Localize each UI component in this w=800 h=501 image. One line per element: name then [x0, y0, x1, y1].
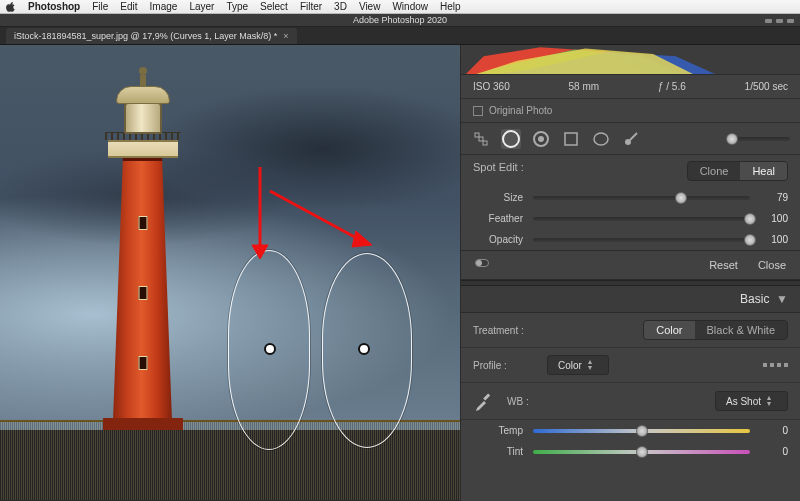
svg-rect-10 — [483, 141, 487, 145]
menu-window[interactable]: Window — [392, 1, 428, 12]
original-photo-label: Original Photo — [489, 105, 552, 116]
app-name[interactable]: Photoshop — [28, 1, 80, 12]
temp-slider[interactable] — [533, 429, 750, 433]
close-button[interactable]: Close — [758, 259, 786, 271]
temp-label: Temp — [473, 425, 523, 436]
svg-point-13 — [538, 136, 544, 142]
feather-slider[interactable] — [533, 217, 750, 221]
panel-triangle-icon: ▼ — [776, 292, 788, 306]
redeye-tool-icon[interactable] — [531, 129, 551, 149]
apple-logo-icon — [6, 2, 16, 12]
menu-3d[interactable]: 3D — [334, 1, 347, 12]
original-photo-checkbox[interactable] — [473, 106, 483, 116]
svg-point-15 — [594, 133, 608, 145]
profile-popup[interactable]: Color ▴▾ — [547, 355, 609, 375]
svg-marker-3 — [352, 231, 372, 247]
basic-panel-header[interactable]: Basic ▼ — [461, 286, 800, 313]
menu-file[interactable]: File — [92, 1, 108, 12]
temp-value[interactable]: 0 — [760, 425, 788, 436]
brush-tool-icon[interactable] — [621, 129, 641, 149]
macos-menubar: Photoshop File Edit Image Layer Type Sel… — [0, 0, 800, 14]
profile-label: Profile : — [473, 360, 535, 371]
lighthouse-graphic — [95, 80, 190, 430]
annotation-arrow-diag — [266, 185, 376, 255]
crop-tool-icon[interactable] — [471, 129, 491, 149]
spot-tool-icon[interactable] — [501, 129, 521, 149]
canvas-area — [0, 45, 460, 501]
svg-rect-14 — [565, 133, 577, 145]
menu-select[interactable]: Select — [260, 1, 288, 12]
spot-mode-clone[interactable]: Clone — [688, 162, 741, 180]
size-slider[interactable] — [533, 196, 750, 200]
tint-value[interactable]: 0 — [760, 446, 788, 457]
heal-pin-target[interactable] — [358, 343, 370, 355]
grad-tool-icon[interactable] — [561, 129, 581, 149]
heal-pin-source[interactable] — [264, 343, 276, 355]
exif-aperture: ƒ / 5.6 — [658, 81, 686, 92]
app-title: Adobe Photoshop 2020 — [353, 15, 447, 25]
svg-rect-8 — [475, 133, 479, 137]
histogram[interactable] — [461, 45, 800, 75]
document-tab-label: iStock-181894581_super.jpg @ 17,9% (Curv… — [14, 31, 277, 41]
spot-mode-toggle[interactable]: Clone Heal — [687, 161, 788, 181]
basic-title: Basic — [740, 292, 769, 306]
svg-line-17 — [630, 133, 637, 140]
window-controls[interactable] — [765, 19, 794, 23]
menu-view[interactable]: View — [359, 1, 381, 12]
exif-row: ISO 360 58 mm ƒ / 5.6 1/500 sec — [461, 75, 800, 99]
menu-image[interactable]: Image — [150, 1, 178, 12]
document-canvas[interactable] — [0, 45, 460, 500]
svg-rect-9 — [479, 137, 483, 141]
opacity-label: Opacity — [473, 234, 523, 245]
tint-slider[interactable] — [533, 450, 750, 454]
overlay-toggle[interactable] — [475, 259, 489, 267]
updown-icon: ▴▾ — [767, 395, 771, 407]
treatment-row: Treatment : Color Black & White — [461, 313, 800, 348]
document-tab[interactable]: iStock-181894581_super.jpg @ 17,9% (Curv… — [6, 28, 297, 44]
profile-value: Color — [558, 360, 582, 371]
spot-edit-section: Spot Edit : Clone Heal Size 79 Feather 1… — [461, 155, 800, 251]
menu-type[interactable]: Type — [226, 1, 248, 12]
app-titlebar: Adobe Photoshop 2020 — [0, 14, 800, 27]
wb-row: WB : As Shot ▴▾ — [461, 383, 800, 420]
radial-tool-icon[interactable] — [591, 129, 611, 149]
reset-button[interactable]: Reset — [709, 259, 738, 271]
profile-row: Profile : Color ▴▾ — [461, 348, 800, 383]
opacity-slider[interactable] — [533, 238, 750, 242]
exif-iso: ISO 360 — [473, 81, 510, 92]
local-tools-row — [461, 123, 800, 155]
exif-focal: 58 mm — [569, 81, 600, 92]
svg-point-11 — [503, 131, 519, 147]
document-tabbar: iStock-181894581_super.jpg @ 17,9% (Curv… — [0, 27, 800, 45]
wb-label: WB : — [507, 396, 529, 407]
spot-edit-buttons: Reset Close — [461, 251, 800, 280]
menu-layer[interactable]: Layer — [189, 1, 214, 12]
spot-edit-label: Spot Edit : — [473, 161, 524, 181]
brush-size-mini-slider[interactable] — [726, 137, 791, 141]
feather-label: Feather — [473, 213, 523, 224]
original-photo-row[interactable]: Original Photo — [461, 99, 800, 123]
menu-filter[interactable]: Filter — [300, 1, 322, 12]
opacity-value[interactable]: 100 — [760, 234, 788, 245]
size-value[interactable]: 79 — [760, 192, 788, 203]
spot-mode-heal[interactable]: Heal — [740, 162, 787, 180]
feather-value[interactable]: 100 — [760, 213, 788, 224]
close-tab-icon[interactable]: × — [283, 31, 288, 41]
wb-popup[interactable]: As Shot ▴▾ — [715, 391, 788, 411]
exif-shutter: 1/500 sec — [745, 81, 788, 92]
tint-label: Tint — [473, 446, 523, 457]
treatment-toggle[interactable]: Color Black & White — [643, 320, 788, 340]
treatment-color[interactable]: Color — [644, 321, 694, 339]
updown-icon: ▴▾ — [588, 359, 592, 371]
right-panels: ISO 360 58 mm ƒ / 5.6 1/500 sec Original… — [460, 45, 800, 501]
wb-value: As Shot — [726, 396, 761, 407]
treatment-bw[interactable]: Black & White — [695, 321, 787, 339]
menu-edit[interactable]: Edit — [120, 1, 137, 12]
size-label: Size — [473, 192, 523, 203]
profile-grid-icon[interactable] — [763, 363, 788, 367]
menu-help[interactable]: Help — [440, 1, 461, 12]
svg-line-2 — [270, 191, 362, 241]
lighthouse-scene — [0, 45, 460, 500]
eyedropper-icon[interactable] — [473, 390, 495, 412]
svg-rect-18 — [483, 393, 490, 400]
